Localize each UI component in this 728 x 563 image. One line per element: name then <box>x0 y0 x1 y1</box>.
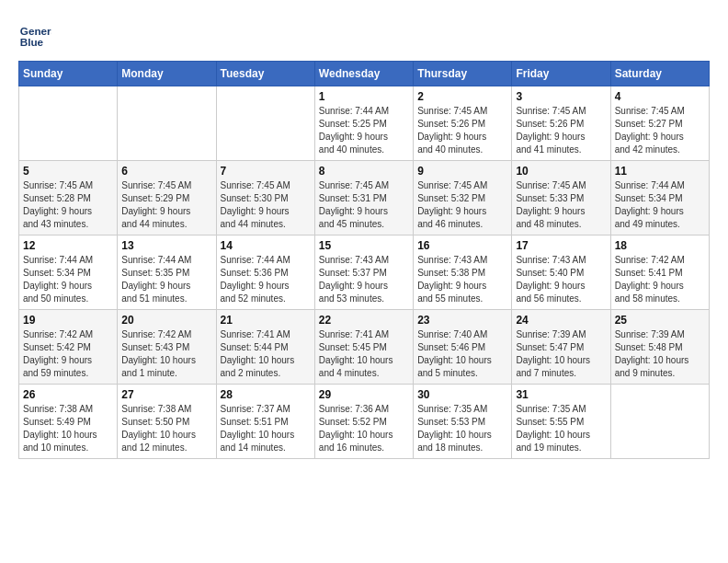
day-number: 26 <box>23 388 113 401</box>
calendar-cell: 3Sunrise: 7:45 AM Sunset: 5:26 PM Daylig… <box>512 86 610 161</box>
day-info: Sunrise: 7:45 AM Sunset: 5:33 PM Dayligh… <box>516 179 606 231</box>
calendar-cell <box>118 86 216 161</box>
day-number: 6 <box>121 165 211 178</box>
logo: General Blue <box>18 18 55 52</box>
day-number: 18 <box>615 239 705 252</box>
day-info: Sunrise: 7:43 AM Sunset: 5:38 PM Dayligh… <box>417 254 507 305</box>
calendar-cell: 9Sunrise: 7:45 AM Sunset: 5:32 PM Daylig… <box>414 161 512 236</box>
calendar-cell: 6Sunrise: 7:45 AM Sunset: 5:29 PM Daylig… <box>118 161 216 236</box>
logo-icon: General Blue <box>18 18 51 52</box>
weekday-header-row: SundayMondayTuesdayWednesdayThursdayFrid… <box>19 62 710 86</box>
calendar-week-row: 1Sunrise: 7:44 AM Sunset: 5:25 PM Daylig… <box>19 86 710 161</box>
day-info: Sunrise: 7:44 AM Sunset: 5:34 PM Dayligh… <box>615 179 705 231</box>
page-header: General Blue <box>18 18 710 52</box>
calendar-cell: 7Sunrise: 7:45 AM Sunset: 5:30 PM Daylig… <box>216 161 314 236</box>
day-info: Sunrise: 7:38 AM Sunset: 5:49 PM Dayligh… <box>23 403 113 454</box>
weekday-header-friday: Friday <box>512 62 610 86</box>
calendar-cell: 23Sunrise: 7:40 AM Sunset: 5:46 PM Dayli… <box>414 310 512 385</box>
calendar-table: SundayMondayTuesdayWednesdayThursdayFrid… <box>18 61 710 459</box>
day-info: Sunrise: 7:43 AM Sunset: 5:40 PM Dayligh… <box>516 254 606 305</box>
weekday-header-thursday: Thursday <box>414 62 512 86</box>
calendar-cell: 29Sunrise: 7:36 AM Sunset: 5:52 PM Dayli… <box>314 385 413 459</box>
calendar-cell: 11Sunrise: 7:44 AM Sunset: 5:34 PM Dayli… <box>610 161 709 236</box>
calendar-cell: 22Sunrise: 7:41 AM Sunset: 5:45 PM Dayli… <box>314 310 413 385</box>
calendar-cell: 28Sunrise: 7:37 AM Sunset: 5:51 PM Dayli… <box>216 385 314 459</box>
day-info: Sunrise: 7:42 AM Sunset: 5:41 PM Dayligh… <box>615 254 705 305</box>
day-info: Sunrise: 7:44 AM Sunset: 5:34 PM Dayligh… <box>23 254 113 305</box>
day-info: Sunrise: 7:45 AM Sunset: 5:31 PM Dayligh… <box>319 179 409 231</box>
day-info: Sunrise: 7:45 AM Sunset: 5:26 PM Dayligh… <box>516 105 606 156</box>
day-number: 3 <box>516 90 606 103</box>
day-number: 2 <box>417 90 507 103</box>
day-info: Sunrise: 7:36 AM Sunset: 5:52 PM Dayligh… <box>319 403 409 454</box>
weekday-header-monday: Monday <box>118 62 216 86</box>
day-info: Sunrise: 7:45 AM Sunset: 5:27 PM Dayligh… <box>615 105 705 156</box>
weekday-header-wednesday: Wednesday <box>314 62 413 86</box>
day-number: 15 <box>319 239 409 252</box>
day-number: 10 <box>516 165 606 178</box>
day-number: 23 <box>417 314 507 327</box>
calendar-cell: 31Sunrise: 7:35 AM Sunset: 5:55 PM Dayli… <box>512 385 610 459</box>
day-number: 17 <box>516 239 606 252</box>
calendar-cell <box>19 86 118 161</box>
day-number: 20 <box>121 314 211 327</box>
calendar-cell <box>610 385 709 459</box>
calendar-cell: 14Sunrise: 7:44 AM Sunset: 5:36 PM Dayli… <box>216 236 314 310</box>
day-number: 30 <box>417 388 507 401</box>
calendar-cell: 10Sunrise: 7:45 AM Sunset: 5:33 PM Dayli… <box>512 161 610 236</box>
calendar-week-row: 19Sunrise: 7:42 AM Sunset: 5:42 PM Dayli… <box>19 310 710 385</box>
weekday-header-sunday: Sunday <box>19 62 118 86</box>
day-number: 7 <box>221 165 311 178</box>
day-info: Sunrise: 7:43 AM Sunset: 5:37 PM Dayligh… <box>319 254 409 305</box>
day-info: Sunrise: 7:35 AM Sunset: 5:53 PM Dayligh… <box>417 403 507 454</box>
day-info: Sunrise: 7:42 AM Sunset: 5:42 PM Dayligh… <box>23 328 113 380</box>
calendar-cell: 19Sunrise: 7:42 AM Sunset: 5:42 PM Dayli… <box>19 310 118 385</box>
day-number: 31 <box>516 388 606 401</box>
day-number: 16 <box>417 239 507 252</box>
day-number: 29 <box>319 388 409 401</box>
calendar-week-row: 26Sunrise: 7:38 AM Sunset: 5:49 PM Dayli… <box>19 385 710 459</box>
day-number: 13 <box>121 239 211 252</box>
day-info: Sunrise: 7:38 AM Sunset: 5:50 PM Dayligh… <box>121 403 211 454</box>
calendar-cell: 1Sunrise: 7:44 AM Sunset: 5:25 PM Daylig… <box>314 86 413 161</box>
day-info: Sunrise: 7:42 AM Sunset: 5:43 PM Dayligh… <box>121 328 211 380</box>
day-number: 1 <box>319 90 409 103</box>
day-number: 9 <box>417 165 507 178</box>
day-number: 4 <box>615 90 705 103</box>
day-number: 19 <box>23 314 113 327</box>
day-info: Sunrise: 7:39 AM Sunset: 5:48 PM Dayligh… <box>615 328 705 380</box>
calendar-cell: 13Sunrise: 7:44 AM Sunset: 5:35 PM Dayli… <box>118 236 216 310</box>
calendar-cell: 20Sunrise: 7:42 AM Sunset: 5:43 PM Dayli… <box>118 310 216 385</box>
calendar-cell: 15Sunrise: 7:43 AM Sunset: 5:37 PM Dayli… <box>314 236 413 310</box>
calendar-cell: 21Sunrise: 7:41 AM Sunset: 5:44 PM Dayli… <box>216 310 314 385</box>
day-info: Sunrise: 7:37 AM Sunset: 5:51 PM Dayligh… <box>221 403 311 454</box>
day-info: Sunrise: 7:45 AM Sunset: 5:28 PM Dayligh… <box>23 179 113 231</box>
day-info: Sunrise: 7:44 AM Sunset: 5:35 PM Dayligh… <box>121 254 211 305</box>
calendar-cell: 4Sunrise: 7:45 AM Sunset: 5:27 PM Daylig… <box>610 86 709 161</box>
calendar-cell: 2Sunrise: 7:45 AM Sunset: 5:26 PM Daylig… <box>414 86 512 161</box>
day-info: Sunrise: 7:41 AM Sunset: 5:45 PM Dayligh… <box>319 328 409 380</box>
calendar-week-row: 12Sunrise: 7:44 AM Sunset: 5:34 PM Dayli… <box>19 236 710 310</box>
day-number: 14 <box>221 239 311 252</box>
calendar-cell: 30Sunrise: 7:35 AM Sunset: 5:53 PM Dayli… <box>414 385 512 459</box>
calendar-cell: 12Sunrise: 7:44 AM Sunset: 5:34 PM Dayli… <box>19 236 118 310</box>
calendar-cell: 25Sunrise: 7:39 AM Sunset: 5:48 PM Dayli… <box>610 310 709 385</box>
day-number: 5 <box>23 165 113 178</box>
weekday-header-tuesday: Tuesday <box>216 62 314 86</box>
day-info: Sunrise: 7:45 AM Sunset: 5:32 PM Dayligh… <box>417 179 507 231</box>
svg-text:Blue: Blue <box>20 36 44 48</box>
day-number: 22 <box>319 314 409 327</box>
day-number: 25 <box>615 314 705 327</box>
day-number: 24 <box>516 314 606 327</box>
day-info: Sunrise: 7:44 AM Sunset: 5:36 PM Dayligh… <box>221 254 311 305</box>
calendar-cell: 24Sunrise: 7:39 AM Sunset: 5:47 PM Dayli… <box>512 310 610 385</box>
day-info: Sunrise: 7:39 AM Sunset: 5:47 PM Dayligh… <box>516 328 606 380</box>
day-info: Sunrise: 7:45 AM Sunset: 5:29 PM Dayligh… <box>121 179 211 231</box>
day-info: Sunrise: 7:45 AM Sunset: 5:30 PM Dayligh… <box>221 179 311 231</box>
day-number: 27 <box>121 388 211 401</box>
day-info: Sunrise: 7:35 AM Sunset: 5:55 PM Dayligh… <box>516 403 606 454</box>
day-number: 11 <box>615 165 705 178</box>
calendar-cell: 26Sunrise: 7:38 AM Sunset: 5:49 PM Dayli… <box>19 385 118 459</box>
weekday-header-saturday: Saturday <box>610 62 709 86</box>
calendar-cell: 5Sunrise: 7:45 AM Sunset: 5:28 PM Daylig… <box>19 161 118 236</box>
